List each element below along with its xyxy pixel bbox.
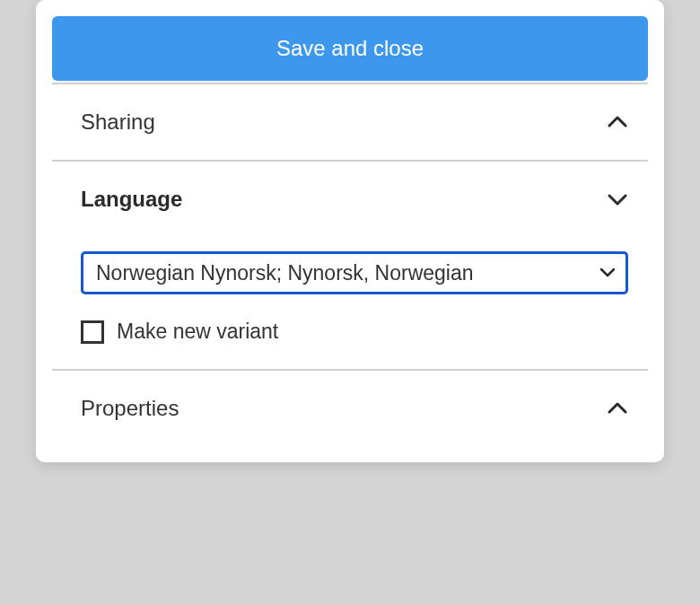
sharing-title: Sharing [81, 110, 155, 135]
make-variant-label: Make new variant [117, 320, 278, 344]
make-variant-checkbox[interactable] [81, 320, 104, 344]
sharing-section: Sharing [52, 84, 648, 160]
sharing-section-header[interactable]: Sharing [81, 110, 628, 135]
language-title: Language [81, 187, 182, 212]
language-section-body: Norwegian Nynorsk; Nynorsk, Norwegian Ma… [81, 212, 628, 344]
save-button-label: Save and close [276, 36, 424, 61]
chevron-up-icon [607, 111, 628, 133]
chevron-down-icon [607, 189, 628, 210]
properties-title: Properties [81, 396, 179, 421]
language-select[interactable]: Norwegian Nynorsk; Nynorsk, Norwegian [81, 251, 628, 294]
language-select-wrapper: Norwegian Nynorsk; Nynorsk, Norwegian [81, 251, 628, 294]
make-variant-row: Make new variant [81, 320, 628, 344]
chevron-up-icon [607, 398, 628, 419]
properties-section: Properties [52, 371, 648, 446]
save-and-close-button[interactable]: Save and close [52, 16, 648, 81]
properties-section-header[interactable]: Properties [81, 396, 628, 421]
settings-panel: Save and close Sharing Language Norwegia… [36, 0, 664, 462]
language-section: Language Norwegian Nynorsk; Nynorsk, Nor… [52, 162, 648, 369]
language-section-header[interactable]: Language [81, 187, 628, 212]
